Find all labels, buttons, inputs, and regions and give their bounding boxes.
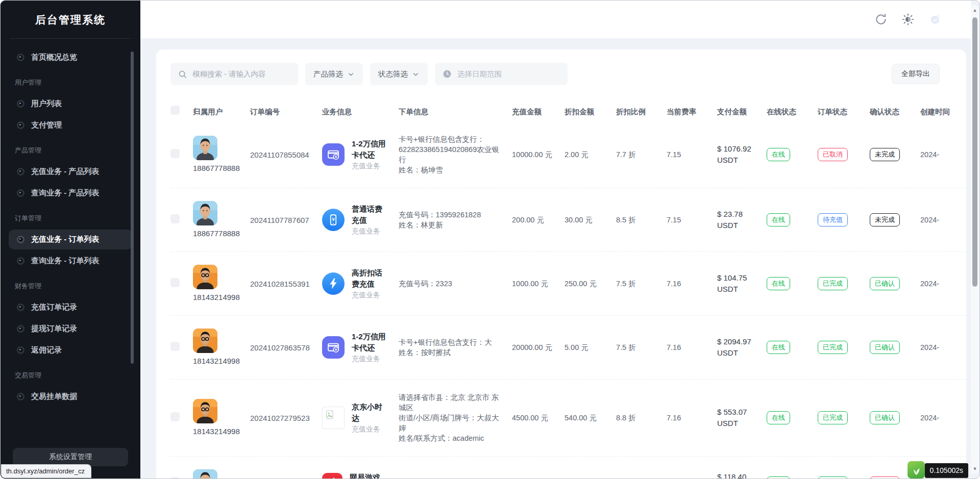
sidebar-item[interactable]: 查询业务 - 产品列表 — [9, 183, 132, 203]
pay-amount-cell: $ 23.78USDT — [717, 209, 767, 232]
user-phone: 18143214998 — [193, 356, 241, 366]
phone-icon: ¥ — [322, 209, 345, 231]
sidebar-item[interactable]: 查询业务 - 订单列表 — [9, 251, 132, 271]
user-cell: 18143214998 — [193, 329, 250, 366]
order-info-line: 充值账号：5855952 — [399, 478, 503, 478]
pay-amount: $ 23.78 — [717, 209, 757, 220]
order-info-line: 姓名：林更新 — [399, 220, 503, 230]
order-info-line: 充值号码：13959261828 — [399, 210, 503, 220]
discount-amount-cell: 30.00 元 — [565, 215, 616, 225]
row-checkbox[interactable] — [170, 149, 180, 158]
svg-text:¥: ¥ — [332, 217, 335, 222]
user-avatar — [193, 265, 217, 289]
order-no-cell: 20241107787607 — [250, 215, 322, 225]
sidebar-item[interactable]: 充值业务 - 订单列表 — [9, 230, 132, 249]
orders-table: 归属用户订单编号业务信息下单信息充值金额折扣金额折扣比例当前费率支付金额在线状态… — [170, 106, 966, 478]
sidebar-group-label: 订单管理 — [1, 205, 140, 228]
scrollbar-up-arrow[interactable]: ▲ — [971, 6, 979, 14]
row-checkbox[interactable] — [170, 278, 180, 287]
column-header: 业务信息 — [322, 107, 399, 117]
user-cell: 18143214998 — [193, 265, 250, 302]
sidebar-item-label: 充值订单记录 — [31, 302, 77, 312]
clock-icon — [442, 69, 452, 79]
table-row: 20241026096687网易游戏充值业务充值账号：58559521000.0… — [170, 456, 966, 478]
sidebar-item[interactable]: 提现订单记录 — [9, 319, 132, 339]
confirm-status-badge: 已确认 — [870, 341, 900, 354]
scrollbar-down-arrow[interactable]: ▼ — [971, 465, 979, 473]
discount-amount-cell: 170.00 元 — [565, 478, 616, 478]
user-phone: 18867778888 — [193, 163, 241, 173]
product-name: 1-2万信用卡代还 — [352, 331, 389, 354]
pay-amount: $ 1076.92 — [717, 143, 757, 155]
column-header: 创建时间 — [920, 107, 966, 117]
sidebar-item[interactable]: 用户列表 — [9, 94, 132, 114]
orders-card: 模糊搜索 - 请输入内容 产品筛选 状态筛选 — [156, 49, 966, 478]
discount-ratio-cell: 8.5 折 — [616, 215, 667, 225]
user-phone: 18867778888 — [193, 228, 241, 239]
order-status-badge: 待充值 — [818, 213, 848, 226]
order-status-badge-cell: 已完成 — [818, 277, 870, 290]
browser-window: 后台管理系统 首页概况总览用户管理用户列表支付管理产品管理充值业务 - 产品列表… — [0, 0, 980, 479]
business-cell: 京东小时达充值业务 — [322, 401, 399, 435]
system-settings-button[interactable]: 系统设置管理 — [13, 448, 128, 466]
row-checkbox[interactable] — [170, 412, 180, 421]
created-cell: 2024- — [920, 342, 966, 352]
confirm-status-badge: 未收到 — [870, 476, 900, 478]
rate-cell: 7.16 — [667, 342, 717, 352]
order-status-badge-cell: 待充值 — [818, 213, 870, 226]
product-name: 高折扣话费充值 — [352, 267, 389, 290]
page-scrollbar-thumb[interactable] — [972, 17, 977, 287]
product-name: 1-2万信用卡代还 — [352, 138, 389, 161]
online-status-badge: 在线 — [767, 277, 790, 290]
page-scrollbar[interactable]: ▲ ▼ — [971, 5, 979, 474]
table-row: 1886777888820241107787607¥普通话费充值充值业务充值号码… — [170, 188, 966, 251]
search-input[interactable]: 模糊搜索 - 请输入内容 — [170, 63, 298, 85]
sidebar-item[interactable]: 返佣记录 — [9, 340, 132, 360]
sidebar-scrollbar-thumb[interactable] — [131, 52, 134, 364]
status-filter-select[interactable]: 状态筛选 — [370, 63, 428, 85]
product-filter-select[interactable]: 产品筛选 — [305, 63, 363, 85]
discount-ratio-cell: 7.5 折 — [616, 279, 667, 289]
main-area: 模糊搜索 - 请输入内容 产品筛选 状态筛选 — [140, 1, 971, 478]
order-no-cell: 20241028155391 — [250, 279, 322, 289]
sidebar-item[interactable]: 交易挂单数据 — [9, 387, 132, 407]
row-checkbox[interactable] — [170, 477, 180, 478]
order-no-cell: 20241107855084 — [250, 149, 322, 160]
pay-currency: USDT — [717, 347, 757, 359]
export-all-button[interactable]: 全部导出 — [892, 64, 940, 84]
date-range-picker[interactable]: 选择日期范围 — [435, 63, 568, 85]
user-avatar — [193, 399, 217, 423]
sidebar-item[interactable]: 支付管理 — [9, 115, 132, 135]
row-checkbox[interactable] — [170, 214, 180, 223]
sidebar-item-label: 支付管理 — [31, 120, 62, 130]
refresh-icon[interactable] — [874, 13, 888, 26]
order-info-line: 街道/小区/商场门牌号：大叔大婶 — [399, 413, 503, 433]
row-select-cell — [170, 278, 193, 290]
business-cell: 高折扣话费充值充值业务 — [322, 267, 399, 300]
online-status-badge: 在线 — [767, 476, 790, 478]
assistant-badge-icon[interactable] — [928, 13, 942, 26]
bullseye-icon — [17, 304, 24, 311]
rate-cell: 7.16 — [667, 413, 717, 423]
row-select-cell — [170, 214, 193, 226]
sidebar-item[interactable]: 充值订单记录 — [9, 297, 132, 317]
sidebar-item[interactable]: 首页概况总览 — [9, 47, 132, 67]
row-checkbox[interactable] — [170, 342, 180, 351]
sidebar-item[interactable]: 充值业务 - 产品列表 — [9, 162, 132, 182]
perf-timer-widget[interactable]: 0.105002s — [908, 461, 968, 478]
sidebar-item-label: 充值业务 - 产品列表 — [31, 167, 99, 177]
select-all-checkbox[interactable] — [170, 106, 180, 115]
recharge-amount-cell: 4500.00 元 — [512, 413, 565, 423]
theme-icon[interactable] — [901, 13, 915, 26]
sidebar-item-label: 查询业务 - 产品列表 — [31, 188, 99, 198]
online-status-badge-cell: 在线 — [767, 411, 818, 424]
order-status-badge: 已完成 — [818, 411, 848, 424]
user-cell: 18867778888 — [193, 201, 250, 239]
bullseye-icon — [17, 121, 24, 129]
table-row: 1814321499820241028155391高折扣话费充值充值业务充值号码… — [170, 251, 966, 315]
discount-amount-cell: 5.00 元 — [565, 342, 616, 352]
bullseye-icon — [17, 189, 24, 197]
column-header: 在线状态 — [767, 107, 818, 117]
order-info-line: 卡号+银行信息包含支行：6228233865194020869农业银行 — [399, 134, 503, 165]
order-no-cell: 20241027279523 — [250, 413, 322, 423]
